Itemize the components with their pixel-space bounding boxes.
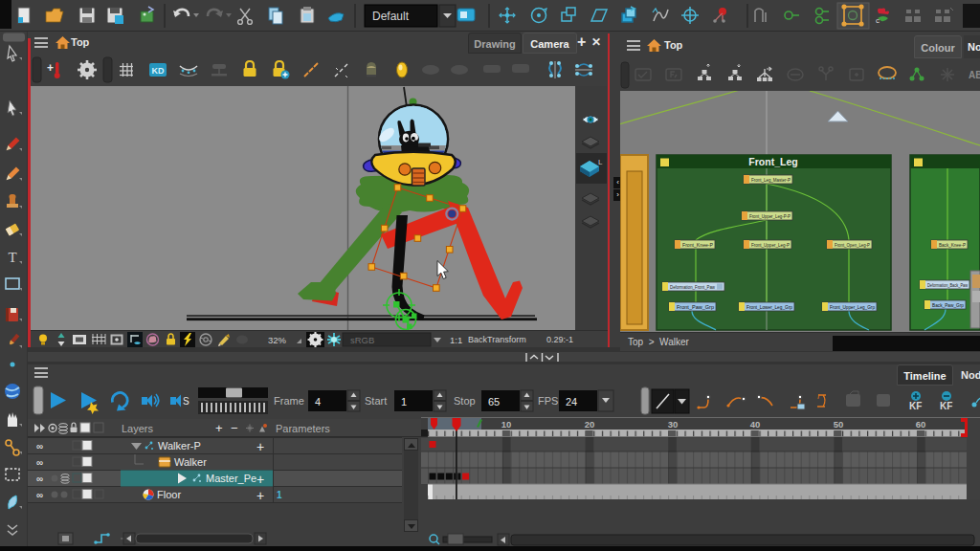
svg-text:+: +: [256, 439, 264, 454]
svg-text:4: 4: [315, 396, 321, 408]
svg-text:+: +: [256, 472, 264, 487]
svg-text:0.29:-1: 0.29:-1: [546, 335, 573, 344]
svg-text:+: +: [215, 421, 223, 435]
svg-text:Walker-P: Walker-P: [158, 440, 201, 452]
svg-text:∞: ∞: [36, 457, 43, 468]
svg-text:Start: Start: [365, 395, 387, 407]
svg-text:Parameters: Parameters: [276, 423, 330, 434]
svg-text:Front_Upper_Leg_Grp: Front_Upper_Leg_Grp: [830, 304, 875, 310]
svg-text:L: L: [598, 158, 603, 166]
svg-text:Floor: Floor: [157, 489, 181, 500]
svg-text:60: 60: [916, 419, 926, 430]
svg-text:Front_Open_Leg-P: Front_Open_Leg-P: [835, 242, 870, 248]
svg-text:−: −: [231, 421, 238, 435]
svg-text:Front_Lower_Leg_Grp: Front_Lower_Leg_Grp: [746, 304, 792, 310]
svg-text:Deformation_Back_Paw: Deformation_Back_Paw: [927, 282, 968, 288]
svg-text:∞: ∞: [36, 441, 43, 452]
svg-text:10: 10: [501, 419, 512, 430]
svg-text:Default: Default: [372, 10, 410, 23]
svg-text:c: c: [876, 16, 880, 25]
svg-text:+: +: [256, 488, 264, 503]
svg-text:T: T: [8, 250, 16, 265]
svg-text:1: 1: [277, 490, 282, 500]
svg-text:+: +: [47, 61, 54, 75]
svg-text:sRGB: sRGB: [350, 335, 374, 345]
svg-text:Front_Knee-P: Front_Knee-P: [682, 242, 713, 248]
svg-text:1:1: 1:1: [450, 335, 462, 345]
svg-text:50: 50: [834, 419, 844, 430]
svg-text:Front_Upper_Leg-P-P: Front_Upper_Leg-P-P: [749, 213, 791, 219]
svg-text:Front_Leg_Master-P: Front_Leg_Master-P: [751, 177, 791, 183]
svg-text:∞: ∞: [36, 490, 43, 500]
svg-text:20: 20: [585, 419, 595, 430]
svg-text:AB: AB: [969, 70, 980, 80]
svg-text:30: 30: [668, 419, 679, 430]
svg-text:Front_Upper_Leg-P: Front_Upper_Leg-P: [751, 242, 790, 248]
svg-text:Layers: Layers: [122, 423, 154, 434]
svg-text:Front_Paw_Grp: Front_Paw_Grp: [677, 304, 714, 310]
svg-text:KD: KD: [152, 66, 165, 76]
svg-text:Master_Pe: Master_Pe: [206, 473, 256, 484]
svg-text:32%: 32%: [268, 335, 287, 345]
svg-text:∞: ∞: [36, 474, 43, 484]
svg-text:40: 40: [750, 419, 761, 430]
svg-text:Back_Knee-P: Back_Knee-P: [939, 242, 966, 248]
svg-text:Front_Leg: Front_Leg: [748, 156, 797, 167]
svg-text:S: S: [183, 396, 189, 407]
svg-text:Back_Paw_Grp: Back_Paw_Grp: [932, 302, 964, 308]
svg-text:BackTransform: BackTransform: [468, 335, 526, 344]
svg-text:Deformation_Front_Paw: Deformation_Front_Paw: [670, 284, 715, 290]
svg-text:Walker: Walker: [174, 456, 207, 468]
svg-text:Frame: Frame: [274, 395, 304, 407]
svg-text:1: 1: [401, 396, 407, 408]
